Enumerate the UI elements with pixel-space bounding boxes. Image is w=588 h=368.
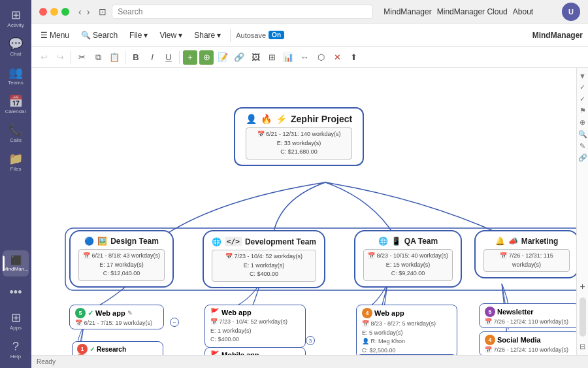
design-webapp-node: 5 ✓ Web app ✎ 📅 6/21 - 7/15: 19 workday(… — [69, 305, 164, 329]
redo-button[interactable]: ↪ — [53, 50, 67, 65]
dev-icon1: 🌐 — [212, 237, 221, 246]
mkt-icon2: 📣 — [508, 237, 518, 246]
marketing-team-info: 📅 7/26 - 12/31: 115 workday(s) — [483, 249, 570, 272]
share-button[interactable]: Share ▾ — [190, 29, 225, 42]
sidebar-item-activity[interactable]: ⊞ Activity — [3, 5, 29, 31]
toolbar-title: MindManager — [532, 31, 583, 40]
qa-icon1: 🌐 — [378, 237, 388, 246]
close-button[interactable] — [39, 8, 47, 16]
flag-right-icon[interactable]: ⚑ — [580, 107, 586, 115]
back-button[interactable]: ‹ — [77, 7, 83, 17]
sidebar-item-chat-label: Chat — [10, 51, 22, 57]
table-button[interactable]: ⊞ — [265, 50, 279, 65]
research-title: 1 ✓ Research — [77, 344, 158, 354]
icon-toolbar-divider3 — [179, 51, 180, 64]
check-icon2: ✓ — [90, 346, 95, 353]
sidebar-item-files[interactable]: 📁 Files — [3, 149, 29, 175]
note-button[interactable]: 📝 — [216, 50, 230, 65]
nav-arrows: ‹ › — [77, 7, 91, 17]
root-icon2: 🔥 — [261, 114, 272, 124]
sidebar-item-mindmanager[interactable]: ⬛ MindMan... — [3, 250, 29, 276]
sidebar-item-calls[interactable]: 📞 Calls — [3, 120, 29, 146]
collapse-dev[interactable]: 3 — [306, 336, 315, 345]
app-nav: MindManager MindManager Cloud About — [384, 7, 533, 16]
chart-button[interactable]: 📊 — [281, 50, 295, 65]
sidebar-item-teams-label: Teams — [8, 80, 24, 86]
collapse-design[interactable]: − — [170, 318, 179, 327]
minimize-button[interactable] — [50, 8, 58, 16]
mkt-icon1: 🔔 — [495, 237, 505, 246]
cut-button[interactable]: ✂ — [74, 50, 89, 65]
image-button[interactable]: 🖼 — [248, 50, 263, 65]
root-date: 📅 6/21 - 12/31: 140 workday(s) — [250, 130, 348, 139]
root-icon3: ⚡ — [276, 114, 287, 124]
sidebar-item-teams[interactable]: 👥 Teams — [3, 63, 29, 89]
root-icon1: 👤 — [246, 114, 257, 124]
icon-toolbar: ↩ ↪ ✂ ⧉ 📋 B I U + ⊕ 📝 🔗 🖼 ⊞ 📊 ↔ ⬡ ✕ ⬆ — [31, 47, 588, 68]
check-right-icon2[interactable]: ✓ — [580, 95, 585, 103]
edit-right-icon[interactable]: ✎ — [580, 142, 585, 150]
mindmanager-cloud-link[interactable]: MindManager Cloud — [437, 7, 508, 16]
paste-button[interactable]: 📋 — [107, 50, 122, 65]
help-icon: ? — [12, 341, 19, 352]
autosave-control: Autosave On — [236, 31, 284, 39]
delete-button[interactable]: ✕ — [330, 50, 344, 65]
sidebar-item-apps[interactable]: ⊞ Apps — [3, 308, 29, 334]
search-right-icon[interactable]: 🔍 — [578, 130, 587, 139]
add-topic-button[interactable]: + — [183, 50, 197, 65]
file-button[interactable]: File ▾ — [125, 29, 152, 42]
relationship-button[interactable]: ↔ — [297, 50, 312, 65]
share-icon-button[interactable]: ⬆ — [346, 50, 361, 65]
design-icon2: 🖼️ — [97, 237, 107, 246]
copy-button[interactable]: ⧉ — [91, 50, 105, 65]
zoom-slider-icon[interactable]: ⊟ — [580, 343, 585, 351]
italic-button[interactable]: I — [145, 50, 159, 65]
mindmanager-icon: ⬛ — [10, 256, 22, 265]
icon-toolbar-divider1 — [71, 51, 71, 64]
root-effort: E: 33 workday(s) — [250, 139, 348, 148]
sidebar-item-chat[interactable]: 💬 Chat — [3, 34, 29, 60]
chrome-search-input[interactable] — [112, 5, 373, 19]
underline-button[interactable]: U — [161, 50, 176, 65]
design-team-title: 🔵 🖼️ Design Team — [78, 237, 165, 246]
mindmap-container[interactable]: 👤 🔥 ⚡ Zephir Project 📅 6/21 - 12/31: 140… — [31, 68, 576, 355]
scroll-thumb[interactable] — [580, 297, 586, 337]
chevron-down-icon3: ▾ — [217, 31, 221, 40]
add-right-icon[interactable]: + — [580, 281, 585, 292]
undo-button[interactable]: ↩ — [37, 50, 51, 65]
menu-button[interactable]: ☰ Menu — [37, 29, 73, 42]
marketing-team-title: 🔔 📣 Marketing — [483, 237, 570, 246]
search-button[interactable]: 🔍 Search — [77, 29, 122, 42]
sidebar-item-help[interactable]: ? Help — [3, 337, 29, 363]
link-button[interactable]: 🔗 — [232, 50, 246, 65]
sidebar-item-mindmanager-label: MindMan... — [3, 266, 29, 272]
activity-icon: ⊞ — [11, 9, 21, 21]
zoom-icon[interactable]: ⊕ — [580, 118, 585, 127]
social-media-title: 4 Social Media — [485, 335, 574, 345]
status-text: Ready — [37, 358, 56, 365]
add-subtopic-button[interactable]: ⊕ — [199, 50, 214, 65]
boundary-button[interactable]: ⬡ — [314, 50, 328, 65]
right-side-panel: ▼ ✓ ✓ ⚑ ⊕ 🔍 ✎ 🔗 + ⊟ — [576, 68, 588, 355]
chevron-down-icon2: ▾ — [178, 31, 182, 40]
chat-icon: 💬 — [8, 38, 23, 50]
forward-button[interactable]: › — [86, 7, 91, 17]
view-button[interactable]: View ▾ — [155, 29, 186, 42]
sidebar-item-calendar[interactable]: 📅 Calendar — [3, 92, 29, 118]
maximize-button[interactable] — [61, 8, 69, 16]
webapp-badge: 5 — [75, 308, 86, 318]
qa-webapp-title: 4 Web app — [362, 308, 451, 318]
calendar-icon: 📅 — [8, 95, 23, 107]
check-right-icon[interactable]: ✓ — [580, 83, 585, 92]
design-team-info: 📅 6/21 - 8/18: 43 workday(s) E: 17 workd… — [78, 249, 165, 281]
about-link[interactable]: About — [513, 7, 533, 16]
user-avatar[interactable]: U — [562, 3, 580, 21]
dev-mobileapp-node: 🚩 Mobile app 📅 8/19 - 9/24: 27 workday(s… — [204, 347, 306, 355]
qa-mobileapp-node: 2 Mobile app 📅 10/4 - 10/8: 5 workday(s)… — [356, 354, 457, 355]
link-right-icon[interactable]: 🔗 — [578, 154, 587, 162]
autosave-toggle[interactable]: On — [269, 31, 284, 39]
sidebar-item-more[interactable]: ••• — [3, 279, 29, 305]
bold-button[interactable]: B — [129, 50, 143, 65]
main-toolbar: ☰ Menu 🔍 Search File ▾ View ▾ Share ▾ Au… — [31, 24, 588, 47]
filter-icon[interactable]: ▼ — [579, 72, 586, 80]
